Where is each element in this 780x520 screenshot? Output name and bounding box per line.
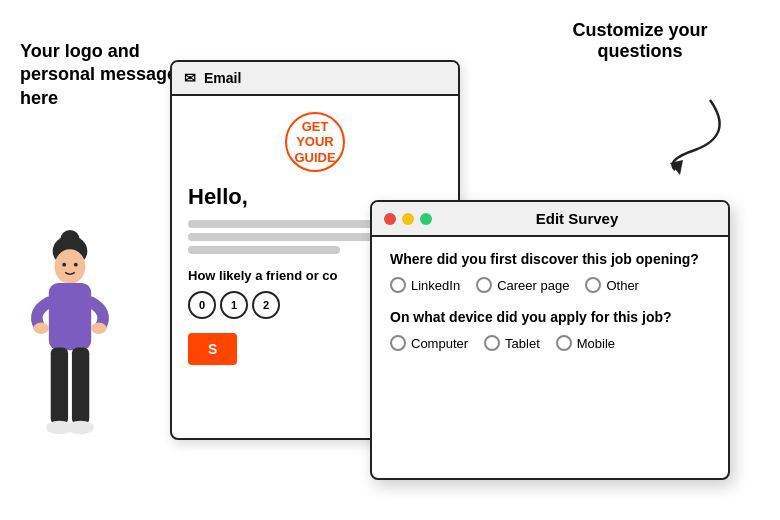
person-illustration xyxy=(20,230,120,490)
option-career-page-label: Career page xyxy=(497,278,569,293)
survey-options-2: Computer Tablet Mobile xyxy=(390,335,710,351)
nps-1: 1 xyxy=(220,291,248,319)
survey-question-2: On what device did you apply for this jo… xyxy=(390,309,710,325)
option-tablet[interactable]: Tablet xyxy=(484,335,540,351)
email-line-2 xyxy=(188,233,379,241)
option-mobile[interactable]: Mobile xyxy=(556,335,615,351)
option-career-page[interactable]: Career page xyxy=(476,277,569,293)
svg-point-3 xyxy=(60,230,79,249)
survey-question-1: Where did you first discover this job op… xyxy=(390,251,710,267)
option-other[interactable]: Other xyxy=(585,277,639,293)
arrow-customize-icon xyxy=(655,95,725,175)
survey-options-1: LinkedIn Career page Other xyxy=(390,277,710,293)
annotation-logo: Your logo and personal message here xyxy=(20,40,180,110)
email-line-3 xyxy=(188,246,340,254)
survey-body: Where did you first discover this job op… xyxy=(372,237,728,381)
email-title: Email xyxy=(204,70,241,86)
svg-point-4 xyxy=(55,249,86,284)
option-computer[interactable]: Computer xyxy=(390,335,468,351)
survey-title: Edit Survey xyxy=(438,210,716,227)
svg-point-6 xyxy=(74,263,78,267)
traffic-light-red xyxy=(384,213,396,225)
option-tablet-label: Tablet xyxy=(505,336,540,351)
email-titlebar: ✉ Email xyxy=(172,62,458,96)
radio-tablet[interactable] xyxy=(484,335,500,351)
svg-rect-10 xyxy=(51,347,68,424)
svg-rect-7 xyxy=(49,283,91,350)
radio-career-page[interactable] xyxy=(476,277,492,293)
svg-point-13 xyxy=(67,421,94,434)
svg-point-8 xyxy=(33,322,48,334)
nps-0: 0 xyxy=(188,291,216,319)
option-linkedin-label: LinkedIn xyxy=(411,278,460,293)
survey-titlebar: Edit Survey xyxy=(372,202,728,237)
svg-point-9 xyxy=(91,322,106,334)
svg-rect-11 xyxy=(72,347,89,424)
email-submit-button[interactable]: S xyxy=(188,333,237,365)
option-computer-label: Computer xyxy=(411,336,468,351)
annotation-customize: Customize your questions xyxy=(560,20,720,62)
traffic-light-green xyxy=(420,213,432,225)
survey-window: Edit Survey Where did you first discover… xyxy=(370,200,730,480)
option-other-label: Other xyxy=(606,278,639,293)
radio-other[interactable] xyxy=(585,277,601,293)
radio-linkedin[interactable] xyxy=(390,277,406,293)
getyourguide-logo: GETYOURGUIDE xyxy=(285,112,345,172)
radio-computer[interactable] xyxy=(390,335,406,351)
traffic-light-yellow xyxy=(402,213,414,225)
svg-point-5 xyxy=(62,263,66,267)
nps-2: 2 xyxy=(252,291,280,319)
radio-mobile[interactable] xyxy=(556,335,572,351)
email-icon: ✉ xyxy=(184,70,196,86)
option-linkedin[interactable]: LinkedIn xyxy=(390,277,460,293)
option-mobile-label: Mobile xyxy=(577,336,615,351)
